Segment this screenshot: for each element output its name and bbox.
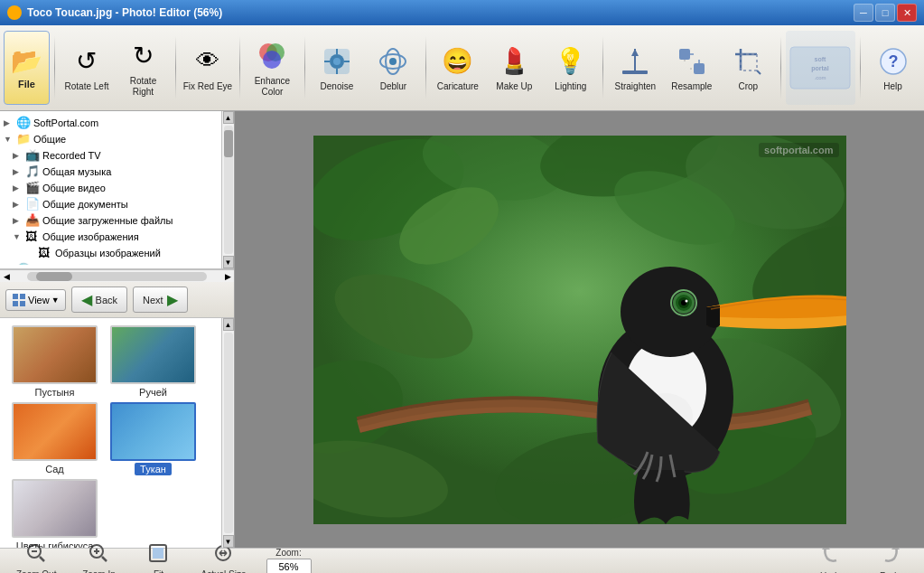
svg-rect-35 (20, 301, 25, 306)
tree-item-softportal[interactable]: ▶ 🌐 SoftPortal.com (0, 115, 219, 131)
svg-point-12 (389, 58, 397, 65)
rotate-left-label: Rotate Left (65, 81, 109, 92)
next-label: Next (143, 295, 163, 305)
svg-rect-32 (13, 294, 18, 299)
next-arrow-icon: ▶ (167, 291, 178, 308)
straighten-label: Straighten (615, 81, 657, 92)
tree-item-obshie[interactable]: ▼ 📁 Общие (0, 131, 219, 147)
svg-rect-69 (153, 548, 163, 559)
tree-toggle-zagruz: ▶ (13, 216, 25, 225)
tree-item-doc[interactable]: ▶ 📄 Общие документы (0, 196, 219, 212)
rotate-right-button[interactable]: ↻ Rotate Right (116, 31, 171, 105)
toolbar-separator-4 (304, 36, 305, 99)
lighting-icon: 💡 (554, 44, 588, 79)
tree-scrollbar[interactable]: ▲ ▼ (221, 111, 234, 268)
window-title: Toco Toucan.jpg - Photo! Editor (56%) (27, 6, 222, 19)
tree-item-izobr[interactable]: ▼ 🖼 Общие изображения (0, 229, 219, 245)
thumb-label-toucan: Тукан (135, 463, 172, 475)
tree-item-dvd[interactable]: ▶ 💿 DVD RW дисковод (D:) DVD (0, 261, 219, 265)
fix-red-eye-button[interactable]: 👁 Fix Red Eye (181, 31, 236, 105)
tree-icon-izobr: 🖼 (25, 230, 40, 244)
crop-button[interactable]: Crop (721, 31, 776, 105)
tree-toggle-recorded: ▶ (13, 151, 25, 160)
rotate-right-icon: ↻ (126, 39, 160, 73)
svg-rect-33 (20, 294, 25, 299)
toolbar-separator-6 (602, 36, 603, 99)
tree-label-obrazcy: Образцы изображений (55, 248, 161, 258)
svg-rect-17 (694, 63, 705, 74)
thumbs-scrollbar[interactable]: ▲ ▼ (221, 318, 234, 548)
toolbar-separator-5 (425, 36, 426, 99)
main-image: softportal.com (313, 136, 846, 524)
svg-point-59 (685, 299, 687, 302)
make-up-button[interactable]: 💄 Make Up (487, 31, 542, 105)
straighten-button[interactable]: Straighten (608, 31, 663, 105)
tree-toggle-obshie: ▼ (4, 135, 16, 144)
resample-label: Resample (671, 81, 712, 92)
tree-hscrollbar[interactable]: ◀ ▶ (0, 269, 234, 282)
resample-icon (675, 44, 709, 79)
caricature-icon: 😄 (441, 44, 475, 79)
view-label: View (28, 295, 50, 305)
caricature-label: Caricature (437, 81, 479, 92)
deblur-button[interactable]: Deblur (366, 31, 421, 105)
caricature-button[interactable]: 😄 Caricature (431, 31, 486, 105)
back-button[interactable]: ◀ Back (71, 286, 127, 313)
tree-toggle-doc: ▶ (13, 200, 25, 209)
svg-line-63 (40, 557, 44, 561)
straighten-icon (618, 44, 652, 79)
zoom-input[interactable] (266, 559, 312, 574)
tree-item-recorded-tv[interactable]: ▶ 📺 Recorded TV (0, 147, 219, 164)
zoom-out-label: Zoom Out (16, 569, 56, 573)
file-button[interactable]: 📂 File (4, 31, 50, 105)
thumb-garden[interactable]: Сад (7, 402, 102, 475)
svg-marker-15 (631, 49, 639, 56)
enhance-color-label: Enhance Color (247, 76, 297, 98)
app-icon (7, 5, 22, 20)
rotate-left-button[interactable]: ↺ Rotate Left (60, 31, 115, 105)
denoise-label: Denoise (321, 81, 354, 92)
actual-size-label: Actual Size (201, 569, 246, 573)
svg-point-2 (263, 51, 281, 69)
thumb-toucan[interactable]: Тукан (106, 402, 201, 475)
svg-text:portal: portal (812, 65, 830, 72)
resample-button[interactable]: Resample (665, 31, 720, 105)
thumb-desert[interactable]: Пустыня (7, 325, 102, 399)
help-label: Help (883, 81, 902, 92)
title-bar: Toco Toucan.jpg - Photo! Editor (56%) ─ … (0, 0, 924, 25)
thumb-stream[interactable]: Ручей (106, 325, 201, 399)
close-button[interactable]: ✕ (897, 4, 917, 22)
file-icon: 📂 (11, 46, 42, 76)
thumb-flower[interactable]: Цветы гибискуса (7, 479, 102, 548)
svg-rect-16 (679, 49, 690, 60)
thumb-img-toucan (110, 402, 196, 461)
next-button[interactable]: Next ▶ (133, 286, 188, 313)
denoise-icon (320, 44, 354, 79)
denoise-button[interactable]: Denoise (310, 31, 365, 105)
thumb-img-desert (12, 325, 98, 384)
minimize-button[interactable]: ─ (854, 4, 873, 22)
fix-red-eye-icon: 👁 (191, 44, 225, 79)
tree-item-obrazcy[interactable]: 🖼 Образцы изображений (0, 245, 219, 261)
watermark-overlay: softportal.com (759, 143, 838, 157)
svg-rect-34 (13, 301, 18, 306)
tree-item-zagruz[interactable]: ▶ 📥 Общие загруженные файлы (0, 212, 219, 229)
svg-rect-24 (741, 54, 757, 70)
crop-icon (731, 44, 765, 79)
help-icon: ? (876, 44, 910, 79)
nav-bar: View ▼ ◀ Back Next ▶ (0, 282, 234, 318)
svg-text:?: ? (888, 52, 898, 70)
svg-rect-13 (622, 70, 648, 74)
tree-toggle-obrazcy (25, 249, 38, 258)
help-button[interactable]: ? Help (865, 31, 920, 105)
maximize-button[interactable]: □ (875, 4, 895, 22)
tree-label-obshie: Общие (33, 134, 66, 145)
tree-item-video[interactable]: ▶ 🎬 Общие видео (0, 180, 219, 196)
tree-icon-softportal: 🌐 (16, 116, 31, 130)
tree-label-muzyka: Общая музыка (42, 166, 111, 177)
tree-item-muzyka[interactable]: ▶ 🎵 Общая музыка (0, 164, 219, 180)
enhance-color-button[interactable]: Enhance Color (245, 31, 300, 105)
lighting-button[interactable]: 💡 Lighting (544, 31, 599, 105)
view-button[interactable]: View ▼ (5, 289, 66, 311)
toolbar-separator-2 (175, 36, 176, 99)
